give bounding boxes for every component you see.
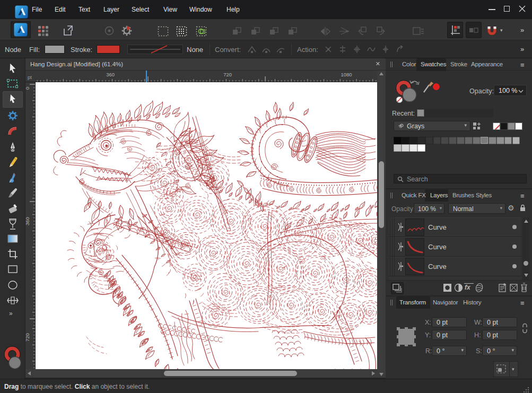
svg-text:1080: 1080: [341, 72, 352, 77]
svg-text:360: 360: [25, 217, 30, 225]
svg-text:360: 360: [106, 72, 115, 77]
svg-text:720: 720: [25, 333, 30, 342]
svg-text:720: 720: [223, 72, 232, 77]
svg-text:0: 0: [25, 87, 30, 90]
